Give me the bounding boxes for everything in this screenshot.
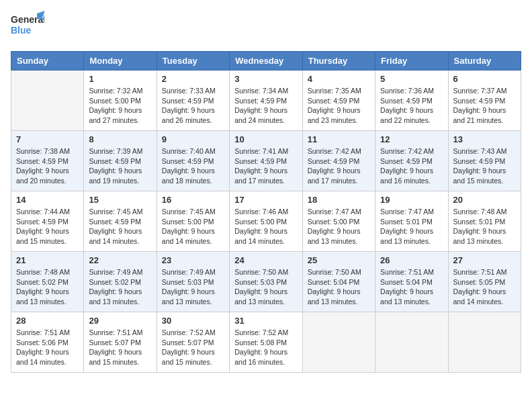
calendar-day-cell: 31Sunrise: 7:52 AM Sunset: 5:08 PM Dayli…	[230, 312, 302, 373]
calendar-day-header: Friday	[375, 52, 448, 71]
calendar-day-cell: 17Sunrise: 7:46 AM Sunset: 5:00 PM Dayli…	[230, 191, 302, 252]
calendar-week-row: 7Sunrise: 7:38 AM Sunset: 4:59 PM Daylig…	[11, 131, 521, 191]
day-info: Sunrise: 7:38 AM Sunset: 4:59 PM Dayligh…	[16, 146, 79, 186]
calendar-header-row: SundayMondayTuesdayWednesdayThursdayFrid…	[11, 52, 521, 71]
day-number: 21	[16, 255, 79, 265]
day-info: Sunrise: 7:33 AM Sunset: 4:59 PM Dayligh…	[162, 86, 224, 126]
calendar-week-row: 14Sunrise: 7:44 AM Sunset: 4:59 PM Dayli…	[11, 191, 521, 252]
day-number: 25	[308, 255, 370, 265]
day-number: 8	[89, 134, 151, 144]
day-number: 1	[89, 74, 151, 84]
day-number: 13	[453, 134, 516, 144]
calendar-day-cell: 7Sunrise: 7:38 AM Sunset: 4:59 PM Daylig…	[11, 131, 84, 191]
day-info: Sunrise: 7:42 AM Sunset: 4:59 PM Dayligh…	[308, 146, 370, 186]
calendar-day-cell: 22Sunrise: 7:49 AM Sunset: 5:02 PM Dayli…	[84, 252, 157, 312]
day-info: Sunrise: 7:40 AM Sunset: 4:59 PM Dayligh…	[162, 146, 224, 186]
calendar-day-cell: 19Sunrise: 7:47 AM Sunset: 5:01 PM Dayli…	[375, 191, 448, 252]
day-info: Sunrise: 7:36 AM Sunset: 4:59 PM Dayligh…	[380, 86, 443, 126]
calendar-day-cell: 5Sunrise: 7:36 AM Sunset: 4:59 PM Daylig…	[375, 71, 448, 131]
day-number: 3	[234, 74, 297, 84]
day-number: 17	[234, 195, 297, 205]
calendar-day-cell: 11Sunrise: 7:42 AM Sunset: 4:59 PM Dayli…	[302, 131, 375, 191]
calendar-day-cell: 24Sunrise: 7:50 AM Sunset: 5:03 PM Dayli…	[230, 252, 302, 312]
day-info: Sunrise: 7:45 AM Sunset: 5:00 PM Dayligh…	[162, 207, 224, 246]
day-info: Sunrise: 7:51 AM Sunset: 5:06 PM Dayligh…	[16, 328, 79, 367]
page-header: General Blue	[11, 11, 521, 40]
day-number: 31	[234, 316, 297, 326]
day-info: Sunrise: 7:47 AM Sunset: 5:00 PM Dayligh…	[308, 207, 370, 246]
day-info: Sunrise: 7:35 AM Sunset: 4:59 PM Dayligh…	[308, 86, 370, 126]
logo: General Blue	[11, 11, 44, 40]
calendar-day-cell: 10Sunrise: 7:41 AM Sunset: 4:59 PM Dayli…	[230, 131, 302, 191]
calendar-day-cell: 8Sunrise: 7:39 AM Sunset: 4:59 PM Daylig…	[84, 131, 157, 191]
calendar-day-cell	[375, 312, 448, 373]
calendar-week-row: 28Sunrise: 7:51 AM Sunset: 5:06 PM Dayli…	[11, 312, 521, 373]
day-info: Sunrise: 7:44 AM Sunset: 4:59 PM Dayligh…	[16, 207, 79, 246]
day-info: Sunrise: 7:32 AM Sunset: 5:00 PM Dayligh…	[89, 86, 151, 126]
calendar-day-cell: 27Sunrise: 7:51 AM Sunset: 5:05 PM Dayli…	[448, 252, 521, 312]
day-info: Sunrise: 7:41 AM Sunset: 4:59 PM Dayligh…	[234, 146, 297, 186]
day-info: Sunrise: 7:47 AM Sunset: 5:01 PM Dayligh…	[380, 207, 443, 246]
svg-text:Blue: Blue	[11, 25, 32, 36]
day-number: 23	[162, 255, 224, 265]
day-info: Sunrise: 7:52 AM Sunset: 5:08 PM Dayligh…	[234, 328, 297, 367]
day-info: Sunrise: 7:51 AM Sunset: 5:05 PM Dayligh…	[453, 267, 516, 307]
day-number: 4	[308, 74, 370, 84]
calendar-week-row: 21Sunrise: 7:48 AM Sunset: 5:02 PM Dayli…	[11, 252, 521, 312]
day-number: 22	[89, 255, 151, 265]
calendar-day-cell	[302, 312, 375, 373]
day-number: 14	[16, 195, 79, 205]
day-number: 9	[162, 134, 224, 144]
day-info: Sunrise: 7:46 AM Sunset: 5:00 PM Dayligh…	[234, 207, 297, 246]
day-number: 27	[453, 255, 516, 265]
calendar-week-row: 1Sunrise: 7:32 AM Sunset: 5:00 PM Daylig…	[11, 71, 521, 131]
calendar-day-cell: 12Sunrise: 7:42 AM Sunset: 4:59 PM Dayli…	[375, 131, 448, 191]
calendar-day-cell	[11, 71, 84, 131]
calendar-day-cell: 20Sunrise: 7:48 AM Sunset: 5:01 PM Dayli…	[448, 191, 521, 252]
calendar-day-cell: 29Sunrise: 7:51 AM Sunset: 5:07 PM Dayli…	[84, 312, 157, 373]
day-info: Sunrise: 7:45 AM Sunset: 4:59 PM Dayligh…	[89, 207, 151, 246]
calendar-day-cell: 6Sunrise: 7:37 AM Sunset: 4:59 PM Daylig…	[448, 71, 521, 131]
day-number: 15	[89, 195, 151, 205]
day-number: 2	[162, 74, 224, 84]
calendar-day-cell: 25Sunrise: 7:50 AM Sunset: 5:04 PM Dayli…	[302, 252, 375, 312]
day-number: 20	[453, 195, 516, 205]
logo-icon: General Blue	[11, 11, 44, 40]
day-number: 30	[162, 316, 224, 326]
calendar-day-cell: 15Sunrise: 7:45 AM Sunset: 4:59 PM Dayli…	[84, 191, 157, 252]
day-number: 29	[89, 316, 151, 326]
calendar-day-header: Saturday	[448, 52, 521, 71]
day-info: Sunrise: 7:51 AM Sunset: 5:07 PM Dayligh…	[89, 328, 151, 367]
day-number: 6	[453, 74, 516, 84]
calendar-day-cell: 9Sunrise: 7:40 AM Sunset: 4:59 PM Daylig…	[157, 131, 229, 191]
calendar-day-cell: 13Sunrise: 7:43 AM Sunset: 4:59 PM Dayli…	[448, 131, 521, 191]
day-info: Sunrise: 7:39 AM Sunset: 4:59 PM Dayligh…	[89, 146, 151, 186]
day-number: 11	[308, 134, 370, 144]
day-number: 26	[380, 255, 443, 265]
calendar-day-header: Monday	[84, 52, 157, 71]
day-number: 19	[380, 195, 443, 205]
day-info: Sunrise: 7:51 AM Sunset: 5:04 PM Dayligh…	[380, 267, 443, 307]
day-info: Sunrise: 7:52 AM Sunset: 5:07 PM Dayligh…	[162, 328, 224, 367]
day-info: Sunrise: 7:48 AM Sunset: 5:01 PM Dayligh…	[453, 207, 516, 246]
calendar-day-cell: 16Sunrise: 7:45 AM Sunset: 5:00 PM Dayli…	[157, 191, 229, 252]
calendar-day-cell: 3Sunrise: 7:34 AM Sunset: 4:59 PM Daylig…	[230, 71, 302, 131]
day-info: Sunrise: 7:50 AM Sunset: 5:03 PM Dayligh…	[234, 267, 297, 307]
calendar-day-cell: 18Sunrise: 7:47 AM Sunset: 5:00 PM Dayli…	[302, 191, 375, 252]
day-number: 28	[16, 316, 79, 326]
day-info: Sunrise: 7:49 AM Sunset: 5:03 PM Dayligh…	[162, 267, 224, 307]
calendar-day-cell: 21Sunrise: 7:48 AM Sunset: 5:02 PM Dayli…	[11, 252, 84, 312]
day-info: Sunrise: 7:42 AM Sunset: 4:59 PM Dayligh…	[380, 146, 443, 186]
calendar-day-cell: 14Sunrise: 7:44 AM Sunset: 4:59 PM Dayli…	[11, 191, 84, 252]
calendar-day-header: Wednesday	[230, 52, 302, 71]
calendar-table: SundayMondayTuesdayWednesdayThursdayFrid…	[11, 51, 521, 373]
day-info: Sunrise: 7:34 AM Sunset: 4:59 PM Dayligh…	[234, 86, 297, 126]
day-number: 24	[234, 255, 297, 265]
day-number: 18	[308, 195, 370, 205]
day-number: 16	[162, 195, 224, 205]
calendar-day-cell: 1Sunrise: 7:32 AM Sunset: 5:00 PM Daylig…	[84, 71, 157, 131]
calendar-day-header: Tuesday	[157, 52, 229, 71]
calendar-day-header: Sunday	[11, 52, 84, 71]
calendar-day-cell: 2Sunrise: 7:33 AM Sunset: 4:59 PM Daylig…	[157, 71, 229, 131]
day-number: 10	[234, 134, 297, 144]
